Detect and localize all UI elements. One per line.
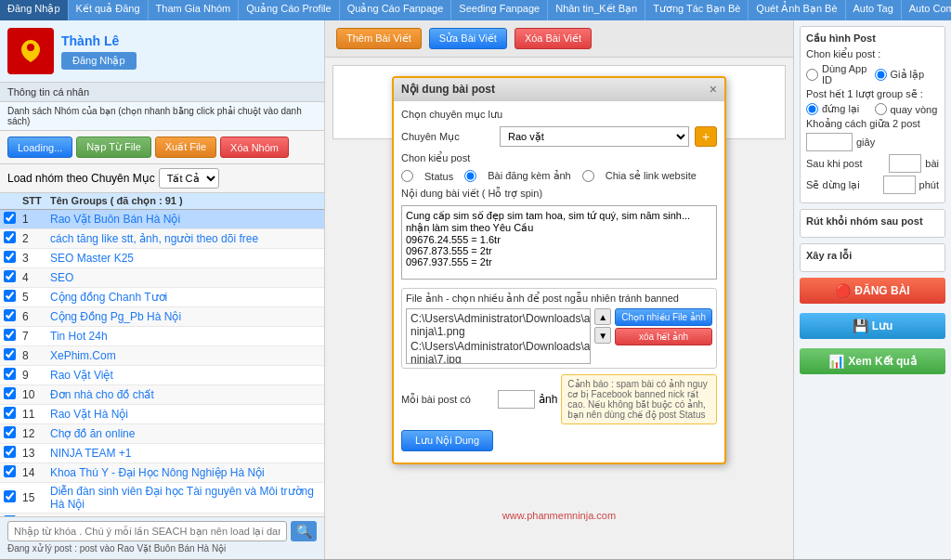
group-row[interactable]: 8 XePhim.Com [0,346,324,366]
nav-seeding-fanpage[interactable]: Seeding Fanpage [451,0,548,20]
group-row[interactable]: 5 Cộng đồng Chanh Tươi [0,288,324,307]
group-name[interactable]: Cộng đồng Chanh Tươi [50,291,320,304]
group-name[interactable]: Tin Hot 24h [50,330,320,343]
nav-tuong-tac[interactable]: Tương Tác Bạn Bè [645,0,749,20]
nav-auto-tag[interactable]: Auto Tag [846,0,902,20]
post-content-textarea[interactable]: Cung cấp sim số đẹp sim tam hoa, sim tứ … [401,205,717,280]
group-row[interactable]: 10 Đơn nhà cho đồ chất [0,385,324,405]
group-name[interactable]: cách tăng like stt, ảnh, người theo dõi … [50,232,320,245]
img-count-input[interactable]: 1 [498,390,535,409]
radio-quay-vong[interactable] [875,103,887,115]
xoa-bai-viet-button[interactable]: Xóa Bài Viết [515,28,592,49]
luu-label: Lưu [872,319,893,332]
add-chuyen-muc-button[interactable]: + [695,126,717,147]
radio-dung-lai[interactable] [806,103,818,115]
group-row[interactable]: 9 Rao Vặt Việt [0,366,324,385]
group-checkbox[interactable] [4,490,16,502]
nav-dang-nhap[interactable]: Đăng Nhập [0,0,69,20]
scroll-up-arrow[interactable]: ▲ [594,308,611,325]
xoa-nhom-button[interactable]: Xóa Nhóm [220,137,289,158]
load-select[interactable]: Tất Cả [159,168,219,189]
group-name[interactable]: SEO Master K25 [50,252,320,265]
file-list-item[interactable]: C:\Users\Administrator\Downloads\anh nin… [409,311,588,339]
cau-hinh-title: Cầu hình Post [806,33,939,45]
group-row[interactable]: 1 Rao Vặt Buôn Bán Hà Nội [0,210,324,229]
group-checkbox[interactable] [4,329,16,341]
scroll-down-arrow[interactable]: ▼ [594,327,611,344]
nav-nhan-tin[interactable]: Nhân tin_Kết Bạn [548,0,645,20]
xuat-file-button[interactable]: Xuất File [155,137,216,158]
chuyen-muc-row: Chọn chuyên mục lưu [401,109,717,121]
group-checkbox[interactable] [4,407,16,419]
group-name[interactable]: Cộng Đồng Pg_Pb Hà Nội [50,310,320,323]
group-checkbox[interactable] [4,387,16,399]
group-row[interactable]: 15 Diễn đàn sinh viên Đại học Tài nguyên… [0,483,324,514]
nav-ket-qua-dang[interactable]: Kết quả Đăng [69,0,149,20]
luu-noi-dung-button[interactable]: Lưu Nội Dung [401,430,493,451]
them-bai-viet-button[interactable]: Thêm Bài Viết [336,28,422,49]
xoa-het-anh-button[interactable]: xóa hết ảnh [615,328,712,345]
khoang-cach-unit: giây [856,137,875,148]
group-name[interactable]: NINJA TEAM +1 [50,447,320,460]
khoang-cach-input[interactable]: 120 [806,133,853,151]
group-row[interactable]: 4 SEO [0,268,324,288]
nav-auto-comment[interactable]: Auto Comment [902,0,951,20]
group-row[interactable]: 11 Rao Vặt Hà Nội [0,405,324,424]
group-row[interactable]: 13 NINJA TEAM +1 [0,444,324,463]
group-name[interactable]: Diễn đàn sinh viên Đại học Tài nguyên và… [50,485,320,511]
chuyen-muc-select[interactable]: Rao vặt [500,126,689,147]
group-name[interactable]: Chợ đồ ăn online [50,427,320,440]
group-checkbox[interactable] [4,212,16,224]
radio-status[interactable] [401,170,413,182]
group-checkbox[interactable] [4,290,16,302]
group-checkbox[interactable] [4,368,16,380]
radio-gia-lap[interactable] [875,69,887,81]
group-name[interactable]: Rao Vặt Hà Nội [50,408,320,421]
nav-quet-anh[interactable]: Quét Ảnh Bạn Bè [749,0,845,20]
file-list-item[interactable]: C:\Users\Administrator\Downloads\anh nin… [409,339,588,364]
search-input[interactable] [7,521,287,541]
xem-ket-qua-button[interactable]: 📊 Xem Kết quả [800,348,945,374]
group-name[interactable]: Rao Vặt Buôn Bán Hà Nội [50,213,320,226]
radio-bai-dang[interactable] [464,170,476,182]
group-name[interactable]: SEO [50,271,320,284]
group-name[interactable]: Khoa Thú Y - Đại Học Nông Nghiệp Hà Nội [50,466,320,479]
group-row[interactable]: 6 Cộng Đồng Pg_Pb Hà Nội [0,307,324,327]
group-row[interactable]: 2 cách tăng like stt, ảnh, người theo dõ… [0,229,324,249]
radio-chia-se[interactable] [582,170,594,182]
group-name[interactable]: Đơn nhà cho đồ chất [50,388,320,401]
sau-khi-post-input[interactable]: 30 [889,154,921,173]
nap-tu-file-button[interactable]: Nạp Từ File [76,137,150,158]
dang-bai-button[interactable]: 🔴 ĐĂNG BÀI [800,278,945,304]
group-checkbox[interactable] [4,465,16,477]
group-checkbox[interactable] [4,348,16,360]
sua-bai-viet-button[interactable]: Sửa Bài Viết [429,28,507,49]
nav-quang-cao-profile[interactable]: Quảng Cáo Profile [239,0,339,20]
radio-dung-app-id[interactable] [806,69,818,81]
top-navigation: Đăng Nhập Kết quả Đăng Tham Gia Nhóm Quả… [0,0,951,20]
group-checkbox[interactable] [4,270,16,282]
se-dung-input[interactable]: 3 [883,176,916,194]
group-checkbox[interactable] [4,251,16,263]
group-row[interactable]: 12 Chợ đồ ăn online [0,424,324,444]
group-name[interactable]: Rao Vặt Việt [50,369,320,382]
group-checkbox[interactable] [4,426,16,438]
search-button[interactable]: 🔍 [291,521,317,541]
dialog-overlay: Nội dung bài post × Chọn chuyên mục lưu … [325,76,793,559]
group-stt: 14 [22,466,50,479]
group-row[interactable]: 3 SEO Master K25 [0,249,324,268]
luu-button[interactable]: 💾 Lưu [800,313,945,339]
chon-nhieu-anh-button[interactable]: Chọn nhiều File ảnh [615,308,712,326]
group-checkbox[interactable] [4,231,16,243]
group-row[interactable]: 14 Khoa Thú Y - Đại Học Nông Nghiệp Hà N… [0,463,324,483]
login-button[interactable]: Đăng Nhập [61,52,137,70]
header-name: Tên Groups ( đã chọn : 91 ) [50,195,320,207]
dialog-close-button[interactable]: × [710,82,717,97]
group-checkbox[interactable] [4,446,16,458]
nav-tham-gia-nhom[interactable]: Tham Gia Nhóm [149,0,240,20]
group-name[interactable]: XePhim.Com [50,349,320,362]
nav-quang-cao-fanpage[interactable]: Quảng Cáo Fanpage [340,0,452,20]
group-checkbox[interactable] [4,309,16,321]
group-row[interactable]: 7 Tin Hot 24h [0,327,324,346]
loading-button[interactable]: Loading... [7,137,72,158]
